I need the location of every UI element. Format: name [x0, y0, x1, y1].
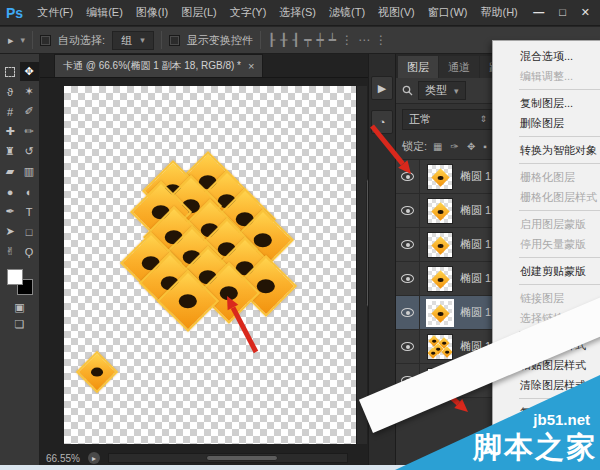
document-tab[interactable]: 卡通 @ 66.6%(椭圆 1 副本 18, RGB/8) * × — [54, 54, 263, 77]
tab-close-icon[interactable]: × — [248, 60, 254, 72]
align-icon-3[interactable]: ┯ — [304, 33, 311, 47]
auto-select-dropdown[interactable]: 组 ▾ — [112, 31, 154, 50]
lock-icon-2[interactable]: ✥ — [467, 141, 475, 152]
status-info-icon[interactable]: ▸ — [88, 452, 100, 464]
lasso-tool[interactable]: ϑ — [1, 82, 20, 101]
layer-thumbnail[interactable] — [427, 164, 453, 190]
document-tab-bar: 卡通 @ 66.6%(椭圆 1 副本 18, RGB/8) * × — [40, 54, 368, 78]
clone-stamp-tool[interactable]: ♜ — [1, 142, 20, 161]
zoom-tool[interactable]: Ϙ — [20, 242, 39, 261]
zoom-tool-icon: Ϙ — [25, 246, 34, 258]
context-menu-item[interactable]: 创建剪贴蒙版 — [493, 261, 600, 281]
filter-kind-dropdown[interactable]: 类型 ▾ — [418, 81, 466, 100]
menu-item-视[interactable]: 视图(V) — [378, 5, 415, 20]
filter-kind-value: 类型 — [425, 83, 447, 98]
foreground-color-swatch[interactable] — [7, 269, 23, 285]
brush-tool[interactable]: ✏ — [20, 122, 39, 141]
minimize-button[interactable]: — — [533, 6, 544, 19]
layer-thumbnail[interactable] — [427, 198, 453, 224]
hand-tool[interactable]: ✌ — [1, 242, 20, 261]
lock-icon-0[interactable]: ▦ — [433, 141, 442, 152]
menu-item-窗[interactable]: 窗口(W) — [428, 5, 468, 20]
eye-icon — [401, 240, 414, 249]
menu-item-文[interactable]: 文字(Y) — [230, 5, 267, 20]
quick-mask-icon[interactable]: ▣ — [14, 301, 24, 314]
auto-select-checkbox[interactable] — [40, 35, 51, 46]
maximize-button[interactable]: □ — [559, 6, 566, 19]
context-menu-item[interactable]: 启用图层蒙版 — [493, 214, 600, 234]
pen-tool[interactable]: ✒ — [1, 202, 20, 221]
tool-preset-arrow-icon[interactable]: ▾ — [21, 35, 26, 45]
context-menu-item[interactable]: 编辑调整... — [493, 66, 600, 86]
context-menu-item[interactable]: 栅格化图层 — [493, 167, 600, 187]
menu-item-滤[interactable]: 滤镜(T) — [329, 5, 365, 20]
magic-wand-tool[interactable]: ✶ — [20, 82, 39, 101]
align-icon-6[interactable]: ⋮ — [341, 33, 353, 47]
history-brush-tool[interactable]: ↺ — [20, 142, 39, 161]
canvas-area[interactable] — [64, 86, 356, 444]
eyedropper-tool[interactable]: ✐ — [20, 102, 39, 121]
visibility-toggle[interactable] — [396, 330, 420, 363]
layer-thumbnail[interactable] — [427, 300, 453, 326]
healing-brush-tool[interactable]: ✚ — [1, 122, 20, 141]
zoom-level[interactable]: 66.55% — [46, 453, 80, 464]
align-icon-5[interactable]: ┷ — [329, 33, 336, 47]
layer-thumbnail[interactable] — [427, 334, 453, 360]
context-menu-item[interactable]: 复制图层... — [493, 93, 600, 113]
menu-item-编[interactable]: 编辑(E) — [86, 5, 123, 20]
lock-icon-3[interactable]: ▪ — [483, 141, 487, 152]
show-transform-checkbox[interactable] — [169, 35, 180, 46]
context-menu-item[interactable]: 混合选项... — [493, 46, 600, 66]
layer-thumbnail[interactable] — [427, 266, 453, 292]
rectangular-marquee-tool[interactable] — [1, 62, 20, 81]
panel-tab-图层[interactable]: 图层 — [398, 56, 438, 78]
align-icon-8[interactable]: ⋮ — [375, 33, 387, 47]
menu-item-选[interactable]: 选择(S) — [279, 5, 316, 20]
gradient-tool[interactable]: ▥ — [20, 162, 39, 181]
context-menu-item[interactable]: 删除图层 — [493, 113, 600, 133]
expand-panels-icon[interactable]: ▶ — [371, 76, 393, 100]
eraser-tool[interactable]: ▰ — [1, 162, 20, 181]
panel-tab-通道[interactable]: 通道 — [439, 56, 479, 78]
document-area: 66.55% ▸ — [40, 78, 368, 470]
blur-tool[interactable]: ● — [1, 182, 20, 201]
context-menu-item[interactable]: 栅格化图层样式 — [493, 187, 600, 207]
path-selection-tool-icon: ➤ — [5, 225, 14, 238]
layer-thumbnail[interactable] — [427, 232, 453, 258]
lock-icon-1[interactable]: ✑ — [451, 141, 459, 152]
visibility-toggle[interactable] — [396, 160, 420, 193]
horizontal-scrollbar[interactable] — [108, 453, 348, 463]
context-menu-item[interactable]: 转换为智能对象 — [493, 140, 600, 160]
align-icon-2[interactable]: ┨ — [292, 33, 299, 47]
context-menu-item[interactable]: 停用矢量蒙版 — [493, 234, 600, 254]
menu-item-帮[interactable]: 帮助(H) — [480, 5, 517, 20]
align-icon-7[interactable]: ⋯ — [358, 33, 370, 47]
visibility-toggle[interactable] — [396, 194, 420, 227]
move-tool-icon: ▸ — [8, 34, 14, 47]
align-icon-1[interactable]: ╂ — [280, 33, 287, 47]
blend-mode-dropdown[interactable]: 正常 ⇕ — [402, 109, 494, 130]
vertical-scrollbar[interactable] — [356, 86, 367, 444]
visibility-toggle[interactable] — [396, 296, 420, 329]
align-icon-4[interactable]: ┿ — [317, 33, 324, 47]
menu-item-文[interactable]: 文件(F) — [37, 5, 73, 20]
horizontal-scrollbar-thumb[interactable] — [206, 455, 277, 461]
eye-icon — [401, 308, 414, 317]
menu-item-图[interactable]: 图像(I) — [136, 5, 168, 20]
menu-item-图[interactable]: 图层(L) — [181, 5, 216, 20]
path-selection-tool[interactable]: ➤ — [1, 222, 20, 241]
menu-separator — [519, 257, 600, 258]
type-tool[interactable]: T — [20, 202, 39, 221]
show-transform-label: 显示变换控件 — [187, 33, 253, 48]
lasso-tool-icon: ϑ — [7, 86, 13, 98]
align-icon-0[interactable]: ┠ — [268, 33, 275, 47]
dodge-tool[interactable]: ◐ — [20, 182, 39, 201]
visibility-toggle[interactable] — [396, 228, 420, 261]
close-button[interactable]: ✕ — [581, 6, 590, 19]
screen-mode-icon[interactable]: ❏ — [15, 318, 25, 331]
shape-tool[interactable]: □ — [20, 222, 39, 241]
move-tool[interactable]: ✥ — [20, 62, 39, 81]
history-panel-icon[interactable]: ◔ — [371, 110, 393, 134]
crop-tool[interactable]: # — [1, 102, 20, 121]
visibility-toggle[interactable] — [396, 262, 420, 295]
